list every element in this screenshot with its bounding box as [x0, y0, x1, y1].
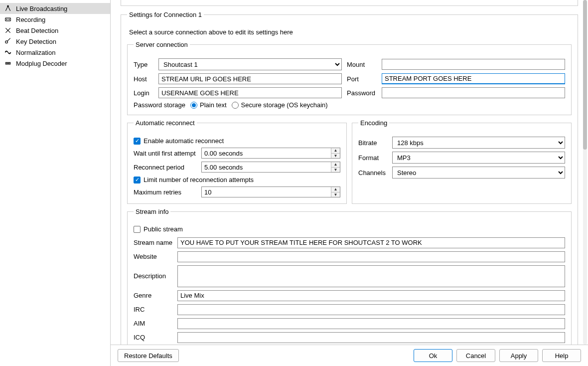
icq-label: ICQ [134, 334, 173, 341]
auto-reconnect-group: Automatic reconnect Enable automatic rec… [127, 119, 347, 204]
pw-storage-label: Password storage [134, 101, 185, 109]
host-label: Host [134, 75, 153, 83]
period-input[interactable] [202, 162, 331, 172]
stream-name-label: Stream name [134, 239, 173, 246]
settings-sidebar: Live Broadcasting Recording Beat Detecti… [0, 0, 111, 366]
sidebar-item-label: Recording [16, 16, 45, 23]
spin-down-icon[interactable]: ▼ [331, 154, 340, 159]
svg-rect-6 [7, 62, 8, 64]
group-legend: Automatic reconnect [134, 119, 197, 127]
dialog-footer: Restore Defaults Ok Cancel Apply Help [111, 345, 588, 366]
aim-label: AIM [134, 320, 173, 327]
genre-label: Genre [134, 292, 173, 299]
vertical-scrollbar[interactable] [583, 0, 587, 345]
pw-secure-radio[interactable]: Secure storage (OS keychain) [232, 101, 328, 109]
cancel-button[interactable]: Cancel [456, 349, 495, 362]
max-retries-spinner[interactable]: ▲▼ [201, 186, 340, 197]
radio-label: Secure storage (OS keychain) [241, 101, 328, 109]
encoding-group: Encoding Bitrate 128 kbps Format MP3 Cha… [352, 119, 572, 204]
group-legend: Settings for Connection 1 [127, 11, 204, 18]
checkbox-on-icon [134, 177, 141, 183]
sidebar-item-recording[interactable]: Recording [0, 14, 110, 25]
mount-input[interactable] [382, 59, 565, 70]
irc-label: IRC [134, 306, 173, 313]
pw-plain-radio[interactable]: Plain text [190, 101, 226, 109]
checkbox-off-icon [134, 226, 141, 233]
restore-defaults-button[interactable]: Restore Defaults [118, 349, 179, 362]
format-select[interactable]: MP3 [392, 152, 565, 164]
stream-info-group: Stream info Public stream Stream name We… [127, 208, 572, 345]
max-retries-input[interactable] [202, 187, 331, 197]
group-legend: Encoding [358, 119, 389, 127]
port-input[interactable] [382, 73, 565, 84]
aim-input[interactable] [177, 318, 565, 329]
wait-label: Wait until first attempt [134, 150, 198, 157]
description-textarea[interactable] [177, 265, 565, 287]
max-retries-label: Maximum retries [134, 188, 198, 196]
sidebar-item-beat-detection[interactable]: Beat Detection [0, 25, 110, 36]
login-label: Login [134, 89, 153, 97]
record-icon [4, 15, 12, 23]
port-label: Port [347, 75, 377, 83]
bitrate-select[interactable]: 128 kbps [392, 137, 565, 149]
password-label: Password [347, 89, 377, 97]
password-input[interactable] [382, 87, 565, 98]
enable-reconnect-checkbox[interactable]: Enable automatic reconnect [134, 137, 224, 145]
svg-rect-1 [5, 18, 11, 21]
website-label: Website [134, 253, 173, 260]
website-input[interactable] [177, 251, 565, 262]
sidebar-item-key-detection[interactable]: Key Detection [0, 36, 110, 47]
ok-button[interactable]: Ok [414, 349, 452, 362]
public-stream-checkbox[interactable]: Public stream [134, 225, 183, 233]
svg-point-4 [5, 41, 8, 43]
host-input[interactable] [158, 73, 342, 84]
wait-input[interactable] [202, 148, 331, 158]
mount-label: Mount [347, 61, 377, 68]
spin-up-icon[interactable]: ▲ [331, 162, 340, 168]
svg-point-0 [7, 5, 8, 6]
wait-spinner[interactable]: ▲▼ [201, 148, 340, 159]
radio-off-icon [232, 102, 239, 109]
broadcast-icon [4, 4, 12, 12]
limit-attempts-checkbox[interactable]: Limit number of reconnection attempts [134, 176, 254, 183]
radio-on-icon [190, 102, 197, 109]
login-input[interactable] [158, 87, 342, 98]
spin-down-icon[interactable]: ▼ [331, 168, 340, 173]
spin-down-icon[interactable]: ▼ [331, 192, 340, 197]
sidebar-item-label: Live Broadcasting [16, 5, 67, 12]
type-label: Type [134, 61, 153, 68]
icq-input[interactable] [177, 332, 565, 343]
period-label: Reconnect period [134, 164, 198, 171]
spin-up-icon[interactable]: ▲ [331, 148, 340, 154]
help-button[interactable]: Help [542, 349, 581, 362]
bitrate-label: Bitrate [358, 139, 388, 147]
sidebar-item-label: Key Detection [16, 38, 56, 45]
checkbox-label: Enable automatic reconnect [144, 137, 224, 145]
server-connection-group: Server connection Type Shoutcast 1 Mount… [127, 41, 572, 115]
scrollbar-thumb[interactable] [583, 0, 587, 150]
type-select[interactable]: Shoutcast 1 [158, 58, 342, 70]
svg-point-2 [6, 19, 7, 20]
channels-select[interactable]: Stereo [392, 167, 565, 179]
irc-input[interactable] [177, 304, 565, 315]
group-legend: Stream info [134, 208, 170, 215]
normalize-icon [4, 48, 12, 56]
svg-rect-7 [9, 62, 10, 64]
radio-label: Plain text [200, 101, 226, 109]
spin-up-icon[interactable]: ▲ [331, 187, 340, 192]
genre-input[interactable] [177, 290, 565, 301]
period-spinner[interactable]: ▲▼ [201, 162, 340, 173]
description-label: Description [134, 272, 173, 280]
svg-point-3 [8, 19, 9, 20]
sidebar-item-label: Modplug Decoder [16, 60, 67, 67]
sidebar-item-live-broadcasting[interactable]: Live Broadcasting [0, 3, 110, 14]
key-icon [4, 37, 12, 45]
checkbox-label: Public stream [144, 225, 183, 233]
svg-rect-5 [5, 62, 6, 64]
stream-name-input[interactable] [177, 237, 565, 248]
connection-settings-group: Settings for Connection 1 Select a sourc… [121, 11, 578, 345]
sidebar-item-modplug-decoder[interactable]: Modplug Decoder [0, 58, 110, 69]
sidebar-item-label: Normalization [16, 49, 55, 56]
sidebar-item-normalization[interactable]: Normalization [0, 47, 110, 58]
apply-button[interactable]: Apply [499, 349, 538, 362]
